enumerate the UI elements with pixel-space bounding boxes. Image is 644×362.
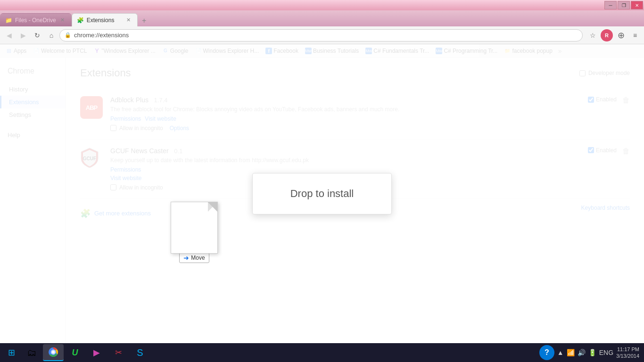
move-label: Move <box>191 255 205 261</box>
network-icon[interactable]: 📶 <box>567 349 575 356</box>
taskbar-chrome[interactable] <box>43 344 64 361</box>
cut-icon: ✂ <box>115 347 122 358</box>
toolbar-icons: ☆ R ⊕ ≡ <box>586 29 641 41</box>
drag-cursor-label: ➜ Move <box>179 253 209 263</box>
url-text: chrome://extensions <box>74 32 578 39</box>
drop-message: Drop to install <box>290 188 354 199</box>
taskbar-app-u[interactable]: U <box>65 344 85 361</box>
start-button[interactable]: ⊞ <box>2 344 21 361</box>
drag-file: ➜ Move <box>171 202 218 263</box>
svg-point-4 <box>52 351 55 354</box>
tab-icon: 🧩 <box>77 17 84 24</box>
restore-button[interactable]: ❐ <box>618 1 630 9</box>
tab-close-button[interactable]: ✕ <box>59 16 66 24</box>
taskbar-right: ? ▲ 📶 🔊 🔋 ENG 11:17 PM 3/13/2014 <box>539 345 642 360</box>
chrome-icon <box>48 346 59 358</box>
refresh-button[interactable]: ↻ <box>31 29 43 41</box>
extensions-button[interactable]: ⊕ <box>615 29 627 41</box>
explorer-icon: 🗂 <box>27 347 36 358</box>
volume-icon[interactable]: 🔊 <box>578 349 586 356</box>
window-controls: ─ ❐ ✕ <box>604 1 643 9</box>
clock-time: 11:17 PM <box>616 346 639 353</box>
app-u-icon: U <box>72 348 78 358</box>
notification-icon[interactable]: ▲ <box>557 349 564 356</box>
title-bar: ─ ❐ ✕ <box>0 0 644 10</box>
taskbar: ⊞ 🗂 U ▶ ✂ S ? ▲ 📶 🔊 🔋 ENG 11:17 PM <box>0 343 644 362</box>
drop-overlay: Drop to install <box>0 44 644 343</box>
taskbar-explorer[interactable]: 🗂 <box>21 344 42 361</box>
taskbar-app-media[interactable]: ▶ <box>86 344 107 361</box>
battery-icon[interactable]: 🔋 <box>588 349 596 356</box>
taskbar-app-cut[interactable]: ✂ <box>108 344 129 361</box>
clock-date: 3/13/2014 <box>616 353 639 359</box>
tab-bar: 📁 Files - OneDrive ✕ 🧩 Extensions ✕ + <box>0 10 644 26</box>
url-bar[interactable]: 🔒 chrome://extensions <box>59 29 583 41</box>
tab-files-onedrive[interactable]: 📁 Files - OneDrive ✕ <box>0 13 72 26</box>
close-button[interactable]: ✕ <box>631 1 643 9</box>
help-button[interactable]: ? <box>539 345 554 360</box>
star-button[interactable]: ☆ <box>586 29 599 41</box>
system-clock[interactable]: 11:17 PM 3/13/2014 <box>616 346 639 360</box>
new-tab-button[interactable]: + <box>138 15 151 26</box>
minimize-button[interactable]: ─ <box>604 1 617 9</box>
address-bar: ◀ ▶ ↻ ⌂ 🔒 chrome://extensions ☆ R ⊕ ≡ <box>0 26 644 44</box>
profile-button[interactable]: R <box>601 29 613 41</box>
drop-box: Drop to install <box>252 173 392 214</box>
windows-logo-icon: ⊞ <box>8 347 15 358</box>
tab-icon: 📁 <box>5 17 12 24</box>
skype-icon: S <box>137 347 143 358</box>
tab-label: Extensions <box>87 17 115 24</box>
taskbar-skype[interactable]: S <box>130 344 150 361</box>
tab-extensions[interactable]: 🧩 Extensions ✕ <box>72 13 138 26</box>
tab-close-button[interactable]: ✕ <box>125 16 132 24</box>
back-button[interactable]: ◀ <box>3 29 15 41</box>
media-icon: ▶ <box>93 347 100 358</box>
home-button[interactable]: ⌂ <box>45 29 58 41</box>
url-lock-icon: 🔒 <box>65 32 71 38</box>
forward-button[interactable]: ▶ <box>17 29 29 41</box>
tab-label: Files - OneDrive <box>15 17 56 24</box>
move-arrow-icon: ➜ <box>183 254 189 262</box>
drag-file-icon <box>171 202 218 254</box>
menu-button[interactable]: ≡ <box>629 29 641 41</box>
language-icon[interactable]: ENG <box>599 349 613 356</box>
